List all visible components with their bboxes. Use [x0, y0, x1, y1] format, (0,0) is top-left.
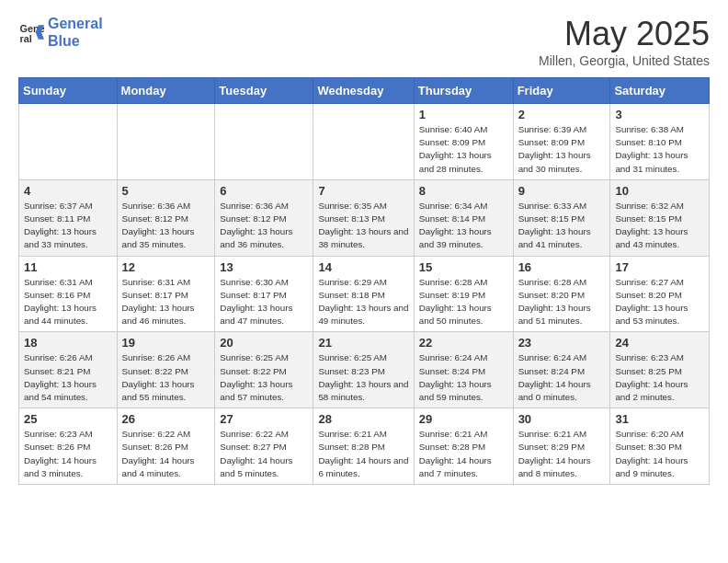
day-info: Sunrise: 6:35 AM Sunset: 8:13 PM Dayligh… [318, 200, 408, 252]
day-info: Sunrise: 6:36 AM Sunset: 8:12 PM Dayligh… [122, 200, 210, 252]
calendar-cell [215, 104, 313, 180]
day-info: Sunrise: 6:31 AM Sunset: 8:16 PM Dayligh… [24, 276, 112, 328]
day-number: 20 [220, 336, 308, 350]
day-number: 8 [419, 184, 508, 198]
calendar-cell: 15Sunrise: 6:28 AM Sunset: 8:19 PM Dayli… [414, 256, 513, 332]
calendar-week-4: 18Sunrise: 6:26 AM Sunset: 8:21 PM Dayli… [19, 332, 710, 408]
logo: Gene ral GeneralBlue [18, 15, 103, 50]
day-info: Sunrise: 6:30 AM Sunset: 8:17 PM Dayligh… [220, 276, 308, 328]
calendar-cell: 16Sunrise: 6:28 AM Sunset: 8:20 PM Dayli… [513, 256, 610, 332]
svg-text:ral: ral [20, 33, 32, 44]
calendar-cell: 1Sunrise: 6:40 AM Sunset: 8:09 PM Daylig… [414, 104, 513, 180]
day-number: 23 [518, 336, 606, 350]
day-info: Sunrise: 6:26 AM Sunset: 8:22 PM Dayligh… [122, 351, 210, 404]
calendar-cell: 12Sunrise: 6:31 AM Sunset: 8:17 PM Dayli… [117, 256, 215, 332]
day-info: Sunrise: 6:21 AM Sunset: 8:29 PM Dayligh… [518, 428, 606, 480]
day-number: 19 [122, 336, 210, 350]
calendar-cell: 19Sunrise: 6:26 AM Sunset: 8:22 PM Dayli… [117, 332, 215, 408]
day-number: 25 [24, 412, 112, 426]
day-number: 22 [419, 336, 508, 350]
calendar-cell: 17Sunrise: 6:27 AM Sunset: 8:20 PM Dayli… [610, 256, 710, 332]
col-tuesday: Tuesday [215, 78, 313, 104]
calendar-cell: 11Sunrise: 6:31 AM Sunset: 8:16 PM Dayli… [19, 256, 118, 332]
day-number: 10 [615, 184, 704, 198]
calendar-cell: 2Sunrise: 6:39 AM Sunset: 8:09 PM Daylig… [513, 104, 610, 180]
calendar-cell: 14Sunrise: 6:29 AM Sunset: 8:18 PM Dayli… [313, 256, 414, 332]
day-info: Sunrise: 6:24 AM Sunset: 8:24 PM Dayligh… [419, 351, 508, 404]
day-number: 3 [615, 108, 704, 121]
calendar-cell [19, 104, 118, 180]
day-number: 7 [318, 184, 408, 198]
day-number: 18 [24, 336, 112, 350]
calendar-cell: 20Sunrise: 6:25 AM Sunset: 8:22 PM Dayli… [215, 332, 313, 408]
day-info: Sunrise: 6:34 AM Sunset: 8:14 PM Dayligh… [419, 200, 508, 252]
day-number: 30 [518, 412, 606, 426]
day-number: 15 [419, 260, 508, 274]
logo-icon: Gene ral [18, 19, 44, 45]
logo-text: GeneralBlue [48, 15, 103, 50]
day-number: 5 [122, 184, 210, 198]
calendar-cell: 9Sunrise: 6:33 AM Sunset: 8:15 PM Daylig… [513, 179, 610, 256]
day-number: 24 [615, 336, 704, 350]
day-info: Sunrise: 6:23 AM Sunset: 8:25 PM Dayligh… [615, 351, 704, 404]
day-info: Sunrise: 6:28 AM Sunset: 8:20 PM Dayligh… [518, 276, 606, 328]
day-number: 11 [24, 260, 112, 274]
day-info: Sunrise: 6:36 AM Sunset: 8:12 PM Dayligh… [220, 200, 308, 252]
day-number: 28 [318, 412, 408, 426]
day-number: 13 [220, 260, 308, 274]
day-info: Sunrise: 6:31 AM Sunset: 8:17 PM Dayligh… [122, 276, 210, 328]
calendar-table: Sunday Monday Tuesday Wednesday Thursday… [18, 77, 710, 485]
calendar-cell: 22Sunrise: 6:24 AM Sunset: 8:24 PM Dayli… [414, 332, 513, 408]
calendar-cell: 28Sunrise: 6:21 AM Sunset: 8:28 PM Dayli… [313, 408, 414, 485]
day-info: Sunrise: 6:32 AM Sunset: 8:15 PM Dayligh… [615, 200, 704, 252]
calendar-cell: 5Sunrise: 6:36 AM Sunset: 8:12 PM Daylig… [117, 179, 215, 256]
day-info: Sunrise: 6:25 AM Sunset: 8:22 PM Dayligh… [220, 351, 308, 404]
calendar-cell: 13Sunrise: 6:30 AM Sunset: 8:17 PM Dayli… [215, 256, 313, 332]
calendar-subtitle: Millen, Georgia, United States [539, 53, 710, 68]
day-info: Sunrise: 6:21 AM Sunset: 8:28 PM Dayligh… [318, 428, 408, 480]
day-number: 16 [518, 260, 606, 274]
day-number: 26 [122, 412, 210, 426]
title-area: May 2025 Millen, Georgia, United States [539, 15, 710, 68]
day-number: 9 [518, 184, 606, 198]
day-number: 21 [318, 336, 408, 350]
calendar-cell: 7Sunrise: 6:35 AM Sunset: 8:13 PM Daylig… [313, 179, 414, 256]
day-info: Sunrise: 6:28 AM Sunset: 8:19 PM Dayligh… [419, 276, 508, 328]
col-thursday: Thursday [414, 78, 513, 104]
day-info: Sunrise: 6:24 AM Sunset: 8:24 PM Dayligh… [518, 351, 606, 404]
calendar-week-2: 4Sunrise: 6:37 AM Sunset: 8:11 PM Daylig… [19, 179, 710, 256]
calendar-cell: 21Sunrise: 6:25 AM Sunset: 8:23 PM Dayli… [313, 332, 414, 408]
day-info: Sunrise: 6:26 AM Sunset: 8:21 PM Dayligh… [24, 351, 112, 404]
calendar-cell: 25Sunrise: 6:23 AM Sunset: 8:26 PM Dayli… [19, 408, 118, 485]
day-number: 1 [419, 108, 508, 121]
day-info: Sunrise: 6:20 AM Sunset: 8:30 PM Dayligh… [615, 428, 704, 480]
calendar-cell: 31Sunrise: 6:20 AM Sunset: 8:30 PM Dayli… [610, 408, 710, 485]
calendar-cell: 29Sunrise: 6:21 AM Sunset: 8:28 PM Dayli… [414, 408, 513, 485]
day-number: 2 [518, 108, 606, 121]
calendar-cell: 24Sunrise: 6:23 AM Sunset: 8:25 PM Dayli… [610, 332, 710, 408]
day-number: 29 [419, 412, 508, 426]
calendar-week-1: 1Sunrise: 6:40 AM Sunset: 8:09 PM Daylig… [19, 104, 710, 180]
calendar-cell: 27Sunrise: 6:22 AM Sunset: 8:27 PM Dayli… [215, 408, 313, 485]
col-friday: Friday [513, 78, 610, 104]
day-info: Sunrise: 6:29 AM Sunset: 8:18 PM Dayligh… [318, 276, 408, 328]
calendar-cell: 30Sunrise: 6:21 AM Sunset: 8:29 PM Dayli… [513, 408, 610, 485]
calendar-cell: 3Sunrise: 6:38 AM Sunset: 8:10 PM Daylig… [610, 104, 710, 180]
calendar-header-row: Sunday Monday Tuesday Wednesday Thursday… [19, 78, 710, 104]
calendar-title: May 2025 [539, 15, 710, 53]
col-sunday: Sunday [19, 78, 118, 104]
day-number: 12 [122, 260, 210, 274]
calendar-week-5: 25Sunrise: 6:23 AM Sunset: 8:26 PM Dayli… [19, 408, 710, 485]
day-number: 6 [220, 184, 308, 198]
day-info: Sunrise: 6:37 AM Sunset: 8:11 PM Dayligh… [24, 200, 112, 252]
col-saturday: Saturday [610, 78, 710, 104]
calendar-cell: 10Sunrise: 6:32 AM Sunset: 8:15 PM Dayli… [610, 179, 710, 256]
day-info: Sunrise: 6:23 AM Sunset: 8:26 PM Dayligh… [24, 428, 112, 480]
day-info: Sunrise: 6:27 AM Sunset: 8:20 PM Dayligh… [615, 276, 704, 328]
day-info: Sunrise: 6:40 AM Sunset: 8:09 PM Dayligh… [419, 123, 508, 176]
day-info: Sunrise: 6:22 AM Sunset: 8:27 PM Dayligh… [220, 428, 308, 480]
day-info: Sunrise: 6:39 AM Sunset: 8:09 PM Dayligh… [518, 123, 606, 176]
calendar-cell [313, 104, 414, 180]
calendar-cell: 6Sunrise: 6:36 AM Sunset: 8:12 PM Daylig… [215, 179, 313, 256]
col-monday: Monday [117, 78, 215, 104]
